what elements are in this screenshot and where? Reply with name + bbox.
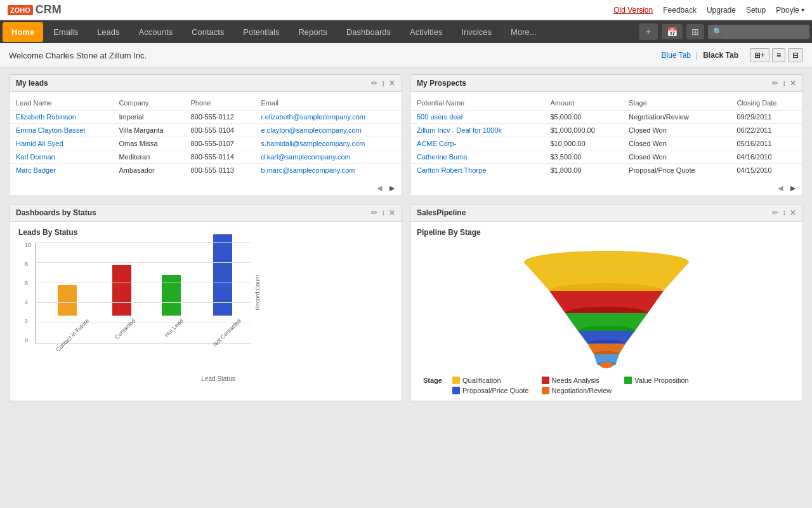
my-leads-widget: My leads ✏ ↕ ✕ Lead Name Company Phone E… bbox=[9, 74, 402, 196]
close-icon[interactable]: ✕ bbox=[389, 79, 395, 88]
bar-label: Not Contacted bbox=[212, 318, 256, 361]
refresh-icon[interactable]: ↕ bbox=[782, 208, 786, 217]
lead-company: Imperial bbox=[112, 110, 184, 124]
close-icon[interactable]: ✕ bbox=[389, 208, 395, 217]
dashboards-widget: Dashboards by Status ✏ ↕ ✕ Leads By Stat… bbox=[9, 204, 402, 401]
funnel-legend: Stage Qualification Proposal/Price Quote bbox=[417, 377, 689, 394]
nav-home[interactable]: Home bbox=[3, 22, 43, 42]
lead-phone: 800-555-0107 bbox=[184, 137, 254, 150]
y-tick-4: 4 bbox=[25, 299, 31, 305]
my-leads-body: Lead Name Company Phone Email Elizabeth … bbox=[10, 92, 402, 180]
setup-link[interactable]: Setup bbox=[746, 6, 766, 15]
blue-tab-link[interactable]: Blue Tab bbox=[662, 51, 691, 60]
lead-phone: 800-555-0112 bbox=[184, 110, 254, 124]
upgrade-link[interactable]: Upgrade bbox=[707, 6, 736, 15]
black-tab-link[interactable]: Black Tab bbox=[703, 51, 738, 60]
my-leads-title: My leads bbox=[16, 79, 48, 88]
add-button[interactable]: ＋ bbox=[639, 23, 658, 40]
tile-view-button[interactable]: ⊟ bbox=[788, 48, 803, 62]
refresh-icon[interactable]: ↕ bbox=[381, 79, 385, 88]
nav-invoices[interactable]: Invoices bbox=[452, 22, 501, 42]
grid-view-button[interactable]: ⊞+ bbox=[750, 48, 769, 62]
table-row: ACME Corp- $10,000.00 Closed Won 05/16/2… bbox=[410, 137, 802, 150]
leads-col-company: Company bbox=[112, 96, 184, 110]
needs-analysis-color bbox=[542, 377, 549, 384]
edit-icon[interactable]: ✏ bbox=[371, 79, 377, 88]
nav-more[interactable]: More... bbox=[502, 22, 545, 42]
nav-contacts[interactable]: Contacts bbox=[183, 22, 233, 42]
tab-links: Blue Tab | Black Tab ⊞+ ≡ ⊟ bbox=[662, 48, 803, 62]
old-version-link[interactable]: Old Version bbox=[613, 6, 653, 15]
sales-pipeline-widget: SalesPipeline ✏ ↕ ✕ Pipeline By Stage bbox=[410, 204, 803, 401]
lead-name-link[interactable]: Emma Clayton-Basset bbox=[16, 126, 85, 134]
lead-company: Ambasador bbox=[112, 164, 184, 177]
funnel-chart bbox=[511, 243, 702, 370]
feedback-link[interactable]: Feedback bbox=[663, 6, 697, 15]
lead-email-link[interactable]: e.clayton@samplecompany.com bbox=[261, 126, 362, 134]
lead-company: Mediteran bbox=[112, 150, 184, 164]
nav-activities[interactable]: Activities bbox=[401, 22, 451, 42]
y-tick-10: 10 bbox=[25, 242, 31, 248]
lead-email-link[interactable]: s.hamidali@samplecompany.com bbox=[261, 140, 365, 147]
negotiation-color bbox=[542, 387, 549, 394]
prospect-name: Zillum Incv - Deal for 1000k bbox=[410, 124, 544, 137]
prospect-name-link[interactable]: Catherine Burns bbox=[417, 153, 468, 161]
prospect-name-link[interactable]: Zillum Incv - Deal for 1000k bbox=[417, 126, 502, 134]
prospect-name-link[interactable]: 500 users deal bbox=[417, 113, 462, 121]
proposal-color bbox=[452, 387, 460, 394]
lead-name-link[interactable]: Hamid Ali Syed bbox=[16, 140, 63, 147]
my-prospects-widget: My Prospects ✏ ↕ ✕ Potential Name Amount… bbox=[410, 74, 803, 196]
next-arrow[interactable]: ► bbox=[789, 183, 797, 193]
lead-phone: 800-555-0113 bbox=[184, 164, 254, 177]
prospect-date: 04/16/2010 bbox=[730, 150, 802, 164]
user-menu-arrow: ▾ bbox=[801, 6, 804, 13]
table-row: Hamid Ali Syed Omas Missa 800-555-0107 s… bbox=[10, 137, 402, 150]
lead-name: Hamid Ali Syed bbox=[10, 137, 112, 150]
calendar-button[interactable]: 📅 bbox=[662, 24, 683, 39]
refresh-icon[interactable]: ↕ bbox=[381, 208, 385, 217]
search-input[interactable] bbox=[708, 25, 809, 39]
nav-leads[interactable]: Leads bbox=[88, 22, 128, 42]
legend-proposal: Proposal/Price Quote bbox=[452, 387, 529, 394]
edit-icon[interactable]: ✏ bbox=[772, 79, 778, 88]
nav-potentials[interactable]: Potentials bbox=[234, 22, 288, 42]
nav-reports[interactable]: Reports bbox=[289, 22, 336, 42]
next-arrow[interactable]: ► bbox=[388, 183, 396, 193]
lead-name-link[interactable]: Karl Dorman bbox=[16, 153, 55, 161]
lead-name-link[interactable]: Elizabeth Robinson bbox=[16, 113, 76, 121]
edit-icon[interactable]: ✏ bbox=[772, 208, 778, 217]
refresh-icon[interactable]: ↕ bbox=[782, 79, 786, 88]
qualification-color bbox=[452, 377, 460, 384]
list-view-button[interactable]: ≡ bbox=[772, 48, 785, 62]
edit-icon[interactable]: ✏ bbox=[371, 208, 377, 217]
lead-email: r.elizabeth@samplecompany.com bbox=[255, 110, 402, 124]
view-icons: ⊞+ ≡ ⊟ bbox=[750, 48, 803, 62]
prospect-date: 04/15/2010 bbox=[730, 164, 802, 177]
table-row: Karl Dorman Mediteran 800-555-0114 d.kar… bbox=[10, 150, 402, 164]
legend-qualification: Qualification bbox=[452, 377, 529, 384]
lead-company: Omas Missa bbox=[112, 137, 184, 150]
value-proposition-label: Value Proposition bbox=[634, 377, 688, 384]
bar-group: Not Contacted bbox=[201, 234, 244, 343]
nav-emails[interactable]: Emails bbox=[44, 22, 87, 42]
y-axis-label: Record Count bbox=[254, 275, 261, 311]
prev-arrow[interactable]: ◄ bbox=[776, 183, 785, 193]
prospect-name-link[interactable]: Carlton Robert Thorpe bbox=[417, 166, 486, 174]
top-right: Old Version Feedback Upgrade Setup Pboyl… bbox=[613, 6, 804, 15]
nav-accounts[interactable]: Accounts bbox=[130, 22, 181, 42]
grid-button[interactable]: ⊞ bbox=[686, 24, 704, 39]
lead-email-link[interactable]: b.marc@samplecompany.com bbox=[261, 166, 355, 174]
lead-email-link[interactable]: d.karl@samplecompany.com bbox=[261, 153, 351, 161]
close-icon[interactable]: ✕ bbox=[790, 208, 796, 217]
proposal-label: Proposal/Price Quote bbox=[462, 387, 529, 394]
nav-dashboards[interactable]: Dashboards bbox=[337, 22, 400, 42]
lead-email-link[interactable]: r.elizabeth@samplecompany.com bbox=[261, 113, 365, 121]
prev-arrow[interactable]: ◄ bbox=[375, 183, 384, 193]
prospect-name-link[interactable]: ACME Corp- bbox=[417, 140, 456, 147]
lead-name-link[interactable]: Marc Badger bbox=[16, 166, 56, 174]
lead-company: Villa Margarita bbox=[112, 124, 184, 137]
y-tick-2: 2 bbox=[25, 318, 31, 324]
user-menu[interactable]: Pboyle ▾ bbox=[776, 6, 804, 15]
close-icon[interactable]: ✕ bbox=[790, 79, 796, 88]
lead-name: Karl Dorman bbox=[10, 150, 112, 164]
